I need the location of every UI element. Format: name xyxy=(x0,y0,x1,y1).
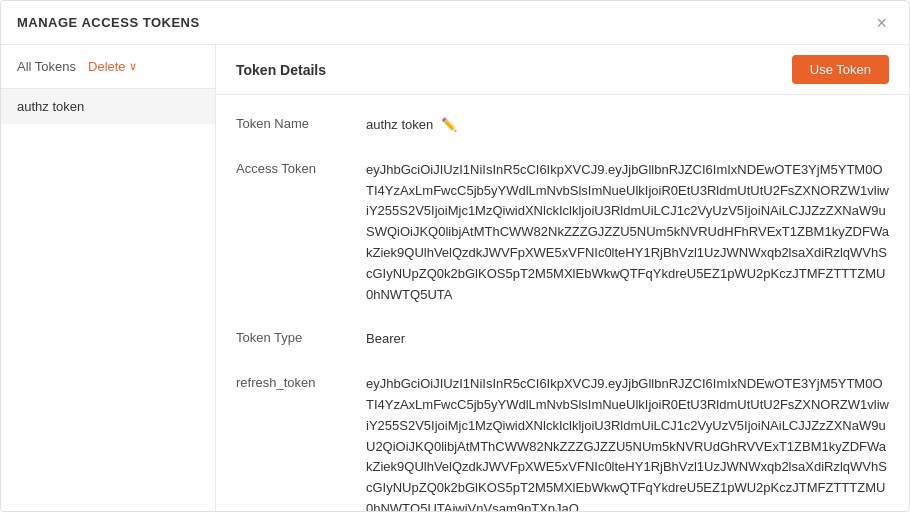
modal-header: MANAGE ACCESS TOKENS × xyxy=(1,1,909,45)
main-toolbar: Token Details Use Token xyxy=(216,45,909,95)
token-name-label: Token Name xyxy=(236,115,366,131)
use-token-button[interactable]: Use Token xyxy=(792,55,889,84)
list-item[interactable]: authz token xyxy=(1,89,215,124)
chevron-down-icon: ∨ xyxy=(129,60,137,73)
sidebar-toolbar: All Tokens Delete ∨ xyxy=(1,45,215,89)
all-tokens-link[interactable]: All Tokens xyxy=(17,59,76,74)
refresh-token-label: refresh_token xyxy=(236,374,366,390)
token-name-text: authz token xyxy=(366,115,433,136)
manage-access-tokens-modal: MANAGE ACCESS TOKENS × All Tokens Delete… xyxy=(0,0,910,512)
details-content: Token Name authz token ✏️ Access Token e… xyxy=(216,95,909,511)
token-item-name: authz token xyxy=(17,99,84,114)
token-name-row: Token Name authz token ✏️ xyxy=(236,115,889,136)
close-button[interactable]: × xyxy=(870,12,893,34)
refresh-token-value: eyJhbGciOiJIUzI1NiIsInR5cCI6IkpXVCJ9.eyJ… xyxy=(366,374,889,511)
access-token-value: eyJhbGciOiJIUzI1NiIsInR5cCI6IkpXVCJ9.eyJ… xyxy=(366,160,889,306)
refresh-token-row: refresh_token eyJhbGciOiJIUzI1NiIsInR5cC… xyxy=(236,374,889,511)
token-type-row: Token Type Bearer xyxy=(236,329,889,350)
panel-title: Token Details xyxy=(236,62,326,78)
token-type-label: Token Type xyxy=(236,329,366,345)
delete-button[interactable]: Delete ∨ xyxy=(88,59,137,74)
main-panel: Token Details Use Token Token Name authz… xyxy=(216,45,909,511)
access-token-row: Access Token eyJhbGciOiJIUzI1NiIsInR5cCI… xyxy=(236,160,889,306)
edit-icon[interactable]: ✏️ xyxy=(441,115,457,136)
token-name-value: authz token ✏️ xyxy=(366,115,889,136)
token-type-value: Bearer xyxy=(366,329,889,350)
access-token-label: Access Token xyxy=(236,160,366,176)
modal-title: MANAGE ACCESS TOKENS xyxy=(17,15,200,30)
sidebar: All Tokens Delete ∨ authz token xyxy=(1,45,216,511)
token-list: authz token xyxy=(1,89,215,511)
delete-label: Delete xyxy=(88,59,126,74)
modal-body: All Tokens Delete ∨ authz token Token De… xyxy=(1,45,909,511)
